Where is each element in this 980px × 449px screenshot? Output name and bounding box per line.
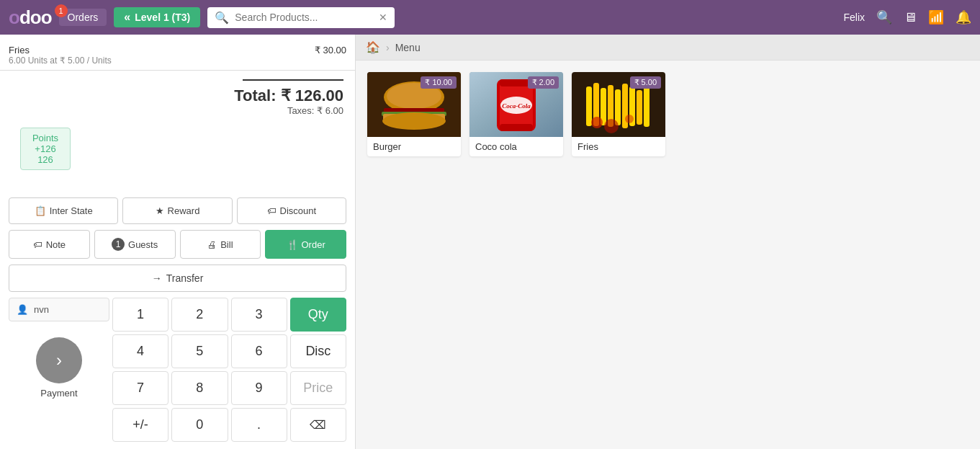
price-button[interactable]: Price — [290, 371, 346, 405]
odoo-logo: odoo — [9, 6, 52, 29]
search-clear-button[interactable]: ✕ — [379, 12, 387, 23]
level-button[interactable]: « Level 1 (T3) — [114, 7, 200, 27]
note-button[interactable]: 🏷 Note — [9, 230, 90, 259]
num-5[interactable]: 5 — [171, 334, 228, 368]
svg-rect-14 — [500, 124, 533, 131]
fries-price-badge: ₹ 5.00 — [630, 76, 661, 89]
customer-icon: 👤 — [17, 304, 28, 315]
discount-label: Discount — [280, 205, 317, 216]
dot-button[interactable]: . — [231, 408, 287, 442]
transfer-row: → Transfer — [0, 264, 355, 298]
order-item: Fries ₹ 30.00 6.00 Units at ₹ 5.00 / Uni… — [0, 40, 355, 70]
printer-icon: 🖨 — [207, 239, 217, 250]
numpad-left: 👤 nvn › Payment — [9, 298, 109, 442]
wifi-icon[interactable]: 📶 — [928, 9, 944, 25]
guests-button[interactable]: 1 Guests — [94, 230, 176, 259]
action-row-2: 🏷 Note 1 Guests 🖨 Bill 🍴 Order — [0, 230, 355, 264]
order-item-name: Fries — [9, 45, 30, 55]
reward-button[interactable]: ★ Reward — [122, 197, 232, 224]
order-total: Total: ₹ 126.00 — [12, 86, 343, 105]
customer-name: nvn — [34, 304, 49, 315]
inter-state-label: Inter State — [50, 205, 93, 216]
num-3[interactable]: 3 — [231, 298, 287, 332]
num-1[interactable]: 1 — [112, 298, 168, 332]
product-card-cola[interactable]: Coca-Cola ₹ 2.00 Coco cola — [469, 72, 563, 156]
note-icon: 🏷 — [33, 239, 42, 250]
disc-button[interactable]: Disc — [290, 334, 346, 368]
cola-image-area: Coca-Cola ₹ 2.00 — [469, 72, 563, 137]
svg-point-25 — [591, 117, 603, 128]
svg-text:Coca-Cola: Coca-Cola — [502, 102, 531, 110]
search-icon-top[interactable]: 🔍 — [876, 9, 892, 25]
order-list: Fries ₹ 30.00 6.00 Units at ₹ 5.00 / Uni… — [0, 35, 355, 192]
star-icon: ★ — [156, 205, 164, 216]
bill-button[interactable]: 🖨 Bill — [180, 230, 261, 259]
chevrons-left-icon: « — [124, 11, 130, 24]
home-icon[interactable]: 🏠 — [366, 40, 380, 54]
note-label: Note — [46, 239, 66, 250]
points-box: Points +126 126 — [20, 128, 71, 170]
num-7[interactable]: 7 — [112, 371, 168, 405]
svg-rect-16 — [586, 86, 592, 126]
orders-button[interactable]: 1 Orders — [59, 9, 107, 26]
main-layout: Fries ₹ 30.00 6.00 Units at ₹ 5.00 / Uni… — [0, 35, 980, 449]
transfer-button[interactable]: → Transfer — [9, 264, 346, 292]
product-card-fries[interactable]: ₹ 5.00 Fries — [572, 72, 665, 156]
orders-label: Orders — [68, 12, 99, 23]
tag-icon: 🏷 — [267, 205, 277, 216]
numpad-grid: 1 2 3 Qty 4 5 6 Disc 7 8 9 Price +/- 0 .… — [112, 298, 346, 442]
numpad-section: 👤 nvn › Payment 1 2 3 Qty 4 5 6 Disc — [0, 298, 355, 449]
qty-button[interactable]: Qty — [290, 298, 346, 332]
transfer-arrow-icon: → — [152, 272, 162, 284]
reward-label: Reward — [168, 205, 200, 216]
transfer-label: Transfer — [166, 272, 204, 284]
search-bar: 🔍 ✕ — [207, 7, 395, 28]
discount-button[interactable]: 🏷 Discount — [237, 197, 346, 224]
fries-image-area: ₹ 5.00 — [572, 72, 665, 137]
guests-badge: 1 — [112, 238, 125, 251]
fries-product-name: Fries — [572, 137, 665, 156]
order-item-price: ₹ 30.00 — [315, 45, 346, 55]
num-8[interactable]: 8 — [171, 371, 228, 405]
action-row-1: 📋 Inter State ★ Reward 🏷 Discount — [0, 192, 355, 230]
fork-icon: 🍴 — [287, 239, 298, 250]
search-icon: 🔍 — [215, 11, 229, 25]
payment-arrow-icon: › — [56, 350, 62, 370]
payment-button[interactable]: › — [36, 337, 82, 383]
plus-minus-button[interactable]: +/- — [112, 408, 168, 442]
points-val: 126 — [28, 154, 63, 165]
order-label: Order — [302, 239, 325, 250]
num-0[interactable]: 0 — [171, 408, 228, 442]
num-9[interactable]: 9 — [231, 371, 287, 405]
burger-image-area: ₹ 10.00 — [367, 72, 461, 137]
breadcrumb-bar: 🏠 › Menu — [356, 35, 980, 61]
right-panel: 🏠 › Menu — [356, 35, 980, 449]
product-card-burger[interactable]: ₹ 10.00 Burger — [367, 72, 461, 156]
burger-product-name: Burger — [367, 137, 461, 156]
burger-price-badge: ₹ 10.00 — [421, 76, 457, 89]
level-label: Level 1 (T3) — [135, 12, 190, 23]
order-button[interactable]: 🍴 Order — [265, 230, 346, 259]
svg-rect-20 — [615, 89, 621, 125]
cola-product-name: Coco cola — [469, 137, 563, 156]
clipboard-icon: 📋 — [35, 205, 46, 216]
order-total-section: Total: ₹ 126.00 Taxes: ₹ 6.00 — [0, 70, 355, 125]
top-bar: odoo 1 Orders « Level 1 (T3) 🔍 ✕ Felix 🔍… — [0, 0, 980, 35]
svg-point-26 — [625, 115, 634, 123]
bell-icon[interactable]: 🔔 — [956, 9, 971, 25]
cola-price-badge: ₹ 2.00 — [528, 76, 559, 89]
breadcrumb-separator: › — [386, 42, 390, 53]
monitor-icon[interactable]: 🖥 — [904, 10, 917, 25]
payment-area: › Payment — [36, 330, 82, 399]
search-input[interactable] — [235, 12, 373, 23]
backspace-button[interactable]: ⌫ — [290, 408, 346, 442]
inter-state-button[interactable]: 📋 Inter State — [9, 197, 118, 224]
num-2[interactable]: 2 — [171, 298, 228, 332]
svg-point-27 — [604, 119, 619, 133]
orders-badge: 1 — [55, 4, 68, 17]
order-item-detail: 6.00 Units at ₹ 5.00 / Units — [9, 55, 346, 66]
num-4[interactable]: 4 — [112, 334, 168, 368]
customer-row: 👤 nvn — [9, 298, 109, 321]
svg-point-6 — [382, 112, 446, 130]
num-6[interactable]: 6 — [231, 334, 287, 368]
